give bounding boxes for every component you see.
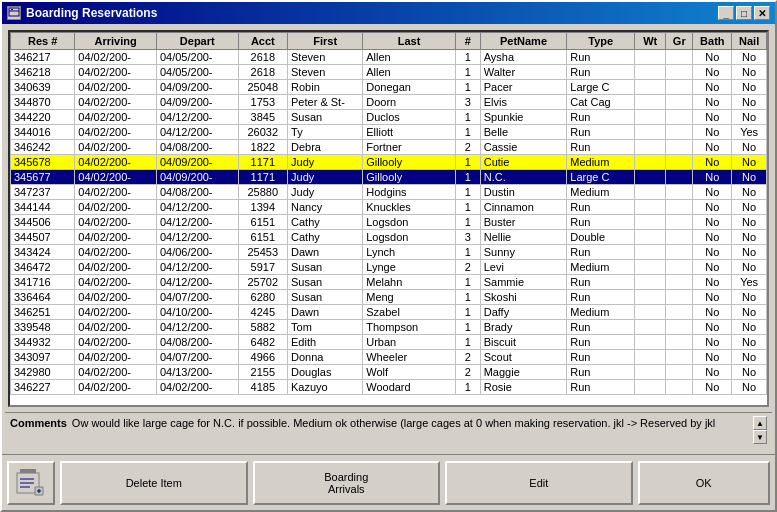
cell-first: Judy (288, 185, 363, 200)
cell-acct: 5882 (238, 320, 287, 335)
delete-item-button[interactable]: Delete Item (60, 461, 248, 505)
cell-depart: 04/05/200- (156, 65, 238, 80)
cell-last: Meng (363, 290, 456, 305)
cell-res: 346242 (11, 140, 75, 155)
cell-acct: 1394 (238, 200, 287, 215)
table-row[interactable]: 34624204/02/200-04/08/200-1822DebraFortn… (11, 140, 767, 155)
comments-scroll-down[interactable]: ▼ (753, 430, 767, 444)
cell-depart: 04/09/200- (156, 95, 238, 110)
cell-gr (666, 350, 693, 365)
boarding-arrivals-button[interactable]: BoardingArrivals (253, 461, 441, 505)
cell-depart: 04/09/200- (156, 80, 238, 95)
cell-nail: No (732, 350, 767, 365)
table-row[interactable]: 34622704/02/200-04/02/200-4185KazuyoWood… (11, 380, 767, 395)
cell-acct: 25048 (238, 80, 287, 95)
table-row[interactable]: 34063904/02/200-04/09/200-25048RobinDone… (11, 80, 767, 95)
cell-wt (635, 200, 666, 215)
table-row[interactable]: 34342404/02/200-04/06/200-25453DawnLynch… (11, 245, 767, 260)
cell-res: 343097 (11, 350, 75, 365)
table-row[interactable]: 33646404/02/200-04/07/200-6280SusanMeng1… (11, 290, 767, 305)
table-row[interactable]: 34493204/02/200-04/08/200-6482EdithUrban… (11, 335, 767, 350)
table-row[interactable]: 34450704/02/200-04/12/200-6151CathyLogsd… (11, 230, 767, 245)
table-row[interactable]: 34567704/02/200-04/09/200-1171JudyGilloo… (11, 170, 767, 185)
table-row[interactable]: 34298004/02/200-04/13/200-2155DouglasWol… (11, 365, 767, 380)
maximize-button[interactable]: □ (736, 6, 752, 20)
cell-nail: No (732, 290, 767, 305)
cell-nail: No (732, 335, 767, 350)
edit-button[interactable]: Edit (445, 461, 633, 505)
cell-res: 341716 (11, 275, 75, 290)
svg-rect-0 (9, 8, 19, 16)
cell-wt (635, 245, 666, 260)
cell-type: Run (567, 350, 635, 365)
table-row[interactable]: 34414404/02/200-04/12/200-1394NancyKnuck… (11, 200, 767, 215)
table-row[interactable]: 34487004/02/200-04/09/200-1753Peter & St… (11, 95, 767, 110)
table-row[interactable]: 34723704/02/200-04/08/200-25880JudyHodgi… (11, 185, 767, 200)
cell-bath: No (693, 230, 732, 245)
cell-gr (666, 365, 693, 380)
cell-petname: Daffy (480, 305, 567, 320)
table-row[interactable]: 34621804/02/200-04/05/200-2618StevenAlle… (11, 65, 767, 80)
cell-petname: Levi (480, 260, 567, 275)
svg-rect-4 (20, 469, 36, 473)
cell-petname: Scout (480, 350, 567, 365)
cell-last: Elliott (363, 125, 456, 140)
cell-last: Doorn (363, 95, 456, 110)
cell-gr (666, 110, 693, 125)
data-table-container[interactable]: Res # Arriving Depart Acct First Last # … (8, 30, 769, 407)
cell-type: Run (567, 140, 635, 155)
close-button[interactable]: ✕ (754, 6, 770, 20)
cell-petname: Belle (480, 125, 567, 140)
cell-first: Cathy (288, 215, 363, 230)
cell-first: Susan (288, 290, 363, 305)
cell-bath: No (693, 65, 732, 80)
table-row[interactable]: 34171604/02/200-04/12/200-25702SusanMela… (11, 275, 767, 290)
cell-type: Run (567, 200, 635, 215)
title-bar-left: Boarding Reservations (7, 6, 157, 20)
table-row[interactable]: 34422004/02/200-04/12/200-3845SusanDuclo… (11, 110, 767, 125)
cell-bath: No (693, 170, 732, 185)
cell-arriving: 04/02/200- (75, 185, 157, 200)
table-row[interactable]: 33954804/02/200-04/12/200-5882TomThompso… (11, 320, 767, 335)
table-row[interactable]: 34647204/02/200-04/12/200-5917SusanLynge… (11, 260, 767, 275)
cell-wt (635, 275, 666, 290)
cell-bath: No (693, 275, 732, 290)
table-row[interactable]: 34621704/02/200-04/05/200-2618StevenAlle… (11, 50, 767, 65)
table-row[interactable]: 34450604/02/200-04/12/200-6151CathyLogsd… (11, 215, 767, 230)
cell-type: Large C (567, 170, 635, 185)
cell-gr (666, 125, 693, 140)
table-row[interactable]: 34401604/02/200-04/12/200-26032TyElliott… (11, 125, 767, 140)
cell-last: Hodgins (363, 185, 456, 200)
cell-first: Ty (288, 125, 363, 140)
cell-res: 344507 (11, 230, 75, 245)
ok-button[interactable]: OK (638, 461, 770, 505)
cell-res: 345677 (11, 170, 75, 185)
cell-bath: No (693, 185, 732, 200)
cell-num: 2 (455, 350, 480, 365)
cell-gr (666, 140, 693, 155)
cell-first: Debra (288, 140, 363, 155)
minimize-button[interactable]: _ (718, 6, 734, 20)
main-window: Boarding Reservations _ □ ✕ Res # Arrivi… (0, 0, 777, 512)
table-row[interactable]: 34625104/02/200-04/10/200-4245DawnSzabel… (11, 305, 767, 320)
cell-depart: 04/08/200- (156, 335, 238, 350)
comments-scroll-up[interactable]: ▲ (753, 416, 767, 430)
cell-res: 336464 (11, 290, 75, 305)
cell-nail: No (732, 140, 767, 155)
cell-bath: No (693, 350, 732, 365)
table-row[interactable]: 34309704/02/200-04/07/200-4966DonnaWheel… (11, 350, 767, 365)
table-row[interactable]: 34567804/02/200-04/09/200-1171JudyGilloo… (11, 155, 767, 170)
cell-type: Large C (567, 80, 635, 95)
table-body: 34621704/02/200-04/05/200-2618StevenAlle… (11, 50, 767, 395)
cell-last: Allen (363, 50, 456, 65)
cell-num: 2 (455, 260, 480, 275)
cell-arriving: 04/02/200- (75, 350, 157, 365)
cell-last: Lynge (363, 260, 456, 275)
cell-type: Run (567, 365, 635, 380)
cell-arriving: 04/02/200- (75, 110, 157, 125)
cell-wt (635, 110, 666, 125)
cell-num: 1 (455, 215, 480, 230)
cell-arriving: 04/02/200- (75, 170, 157, 185)
cell-acct: 4245 (238, 305, 287, 320)
col-header-gr: Gr (666, 33, 693, 50)
